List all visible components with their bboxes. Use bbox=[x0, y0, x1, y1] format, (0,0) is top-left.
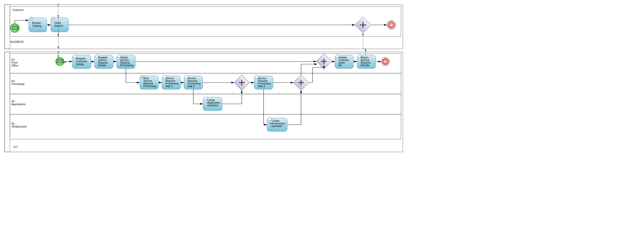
svg-text:Order: Order bbox=[54, 22, 61, 24]
svg-text:03 -: 03 - bbox=[11, 80, 16, 83]
task-update-customer-asset-list[interactable]: Updatecustomerassetlist bbox=[335, 54, 354, 69]
lane-processing-label: 03 -Processing bbox=[11, 80, 24, 85]
task-return-service-request-results[interactable]: ReturnServiceRequestResults bbox=[357, 54, 376, 69]
svg-point-16 bbox=[29, 17, 33, 21]
lane-customer-label: Customer bbox=[12, 9, 24, 11]
task-register-customer-details[interactable]: RegisterCustomerDetails bbox=[72, 54, 91, 69]
task-order-service[interactable]: OrderService bbox=[51, 17, 68, 32]
pool-business-label: BUSINESS bbox=[10, 41, 24, 43]
svg-text:Details: Details bbox=[98, 64, 106, 67]
task-service-request-processing-step1[interactable]: ServiceRequestProcessingstap 1 bbox=[162, 75, 181, 89]
pool-ict-label: ICT bbox=[14, 146, 18, 149]
svg-text:Processing: Processing bbox=[143, 85, 156, 88]
svg-text:BrowseCatalog: BrowseCatalog bbox=[32, 22, 41, 27]
start-event-feels-need[interactable]: FeelsNeed bbox=[10, 24, 19, 32]
gateway-customer-parallel[interactable] bbox=[355, 17, 371, 33]
lane-infrastructure-label: 05 -Infrastructure bbox=[11, 122, 27, 128]
lane-infrastructure bbox=[10, 114, 401, 139]
svg-point-88 bbox=[204, 96, 207, 100]
svg-text:stap 1: stap 1 bbox=[165, 85, 173, 88]
task-create-infrastructure-operation[interactable]: Create-Infrastructure-operation bbox=[267, 117, 287, 131]
svg-text:Details: Details bbox=[76, 63, 84, 66]
svg-text:Customer: Customer bbox=[76, 60, 87, 63]
gateway-front-parallel[interactable] bbox=[316, 54, 331, 69]
svg-text:-operation: -operation bbox=[271, 125, 282, 128]
svg-text:step 3: step 3 bbox=[258, 85, 265, 88]
svg-point-19 bbox=[52, 17, 55, 21]
svg-text:Office: Office bbox=[11, 64, 18, 67]
task-start-service-request-processing[interactable]: StartServiceRequestProcessing bbox=[140, 75, 158, 89]
task-initiate-service-request-processing[interactable]: InitiateServiceRequestProcessing bbox=[117, 54, 135, 69]
svg-text:Service: Service bbox=[54, 24, 63, 27]
end-event-customer[interactable] bbox=[387, 21, 396, 29]
svg-text:-operation: -operation bbox=[207, 104, 218, 107]
svg-text:05 -: 05 - bbox=[11, 122, 16, 125]
svg-text:Need: Need bbox=[12, 28, 18, 30]
lane-processing bbox=[10, 73, 401, 94]
svg-text:02 -: 02 - bbox=[11, 58, 16, 61]
svg-text:Results: Results bbox=[361, 64, 369, 67]
task-register-service-request-details[interactable]: RegisterServiceRequestDetails bbox=[94, 54, 113, 69]
lane-front-office-label: 02 -FrontOffice bbox=[11, 58, 18, 67]
bpmn-diagram: Customer BUSINESS ICT 02 -FrontOffice 03… bbox=[0, 0, 644, 234]
svg-text:04 -: 04 - bbox=[11, 100, 16, 103]
svg-rect-2 bbox=[5, 52, 10, 152]
svg-point-24 bbox=[388, 22, 394, 28]
svg-text:Applications: Applications bbox=[11, 103, 25, 106]
svg-text:Processing: Processing bbox=[11, 83, 24, 85]
svg-text:Infrastructure: Infrastructure bbox=[11, 125, 27, 128]
task-service-request-processing-step3[interactable]: ServiceRequestProcessingstep 3 bbox=[254, 75, 273, 89]
svg-point-93 bbox=[268, 117, 271, 121]
task-browse-catalog[interactable]: BrowseCatalog bbox=[29, 17, 47, 32]
svg-text:stap 2: stap 2 bbox=[188, 85, 195, 88]
gateway-proc2-parallel[interactable] bbox=[293, 75, 309, 90]
end-event-ict[interactable] bbox=[381, 57, 390, 66]
lane-applications-label: 04 -Applications bbox=[11, 100, 25, 106]
svg-text:Register: Register bbox=[76, 57, 86, 60]
svg-point-60 bbox=[382, 59, 388, 64]
task-service-request-processing-step2[interactable]: ServiceRequestProcessingstap 2 bbox=[184, 75, 203, 89]
svg-text:Front: Front bbox=[11, 61, 18, 64]
message-flow-return-results bbox=[363, 33, 366, 49]
svg-text:received: received bbox=[56, 61, 66, 64]
svg-text:list: list bbox=[339, 64, 342, 67]
svg-text:Processing: Processing bbox=[120, 64, 133, 67]
gateway-proc1-parallel[interactable] bbox=[234, 75, 249, 90]
svg-rect-1 bbox=[5, 5, 10, 49]
task-create-application-operation[interactable]: Create-Application-operation bbox=[203, 96, 222, 111]
